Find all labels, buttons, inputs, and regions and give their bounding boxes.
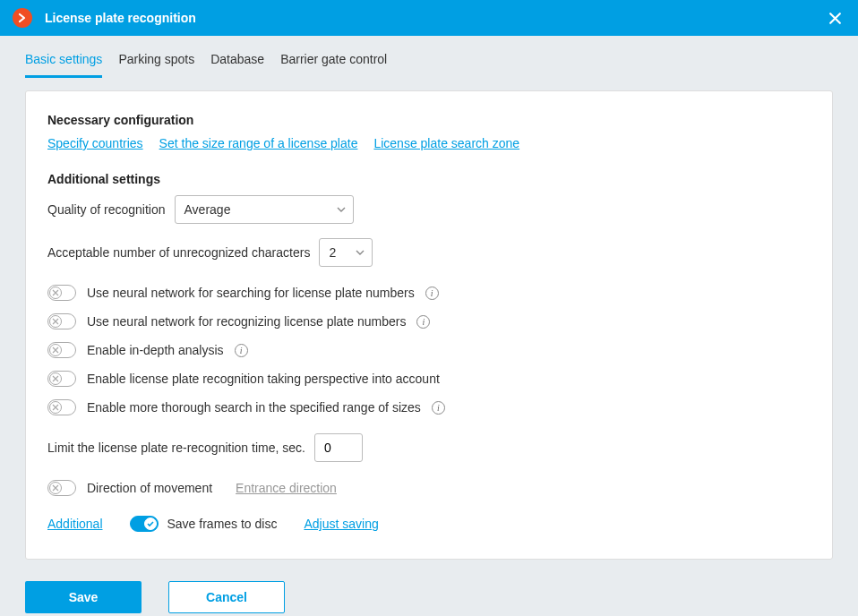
quality-label: Quality of recognition: [47, 202, 166, 217]
toggle-direction-label: Direction of movement: [87, 481, 212, 495]
tab-parking-spots[interactable]: Parking spots: [118, 52, 194, 78]
toggle-neural-search[interactable]: [47, 285, 76, 301]
toggle-perspective[interactable]: [47, 371, 76, 387]
close-button[interactable]: [825, 8, 845, 29]
titlebar-title: License plate recognition: [45, 11, 825, 25]
info-icon[interactable]: i: [235, 344, 248, 357]
titlebar: License plate recognition: [0, 0, 858, 36]
necessary-title: Necessary configuration: [47, 113, 811, 127]
additional-link[interactable]: Additional: [47, 517, 103, 531]
settings-panel: Necessary configuration Specify countrie…: [25, 90, 833, 560]
quality-select[interactable]: Average: [175, 195, 354, 224]
toggle-in-depth[interactable]: [47, 342, 76, 358]
save-button[interactable]: Save: [25, 581, 142, 613]
limit-input[interactable]: [314, 433, 363, 462]
chevron-down-icon: [356, 248, 365, 257]
unrecognized-value: 2: [329, 245, 336, 260]
app-icon: [13, 8, 32, 28]
tab-barrier-gate[interactable]: Barrier gate control: [280, 52, 387, 78]
toggle-neural-search-label: Use neural network for searching for lic…: [87, 286, 415, 300]
quality-value: Average: [184, 202, 231, 217]
link-size-range[interactable]: Set the size range of a license plate: [159, 136, 358, 150]
info-icon[interactable]: i: [416, 315, 430, 329]
limit-label: Limit the license plate re-recognition t…: [47, 441, 305, 455]
toggle-thorough-search-label: Enable more thorough search in the speci…: [87, 400, 421, 415]
unrecognized-select[interactable]: 2: [319, 238, 373, 267]
unrecognized-label: Acceptable number of unrecognized charac…: [47, 245, 310, 260]
link-search-zone[interactable]: License plate search zone: [373, 136, 519, 150]
footer-buttons: Save Cancel: [25, 581, 833, 613]
entrance-direction-link: Entrance direction: [236, 481, 337, 495]
save-frames-label: Save frames to disc: [167, 517, 278, 531]
tab-bar: Basic settings Parking spots Database Ba…: [25, 52, 833, 78]
link-specify-countries[interactable]: Specify countries: [47, 136, 143, 150]
tab-basic-settings[interactable]: Basic settings: [25, 52, 102, 78]
info-icon[interactable]: i: [425, 287, 439, 300]
toggle-perspective-label: Enable license plate recognition taking …: [87, 372, 440, 386]
tab-database[interactable]: Database: [210, 52, 264, 78]
toggle-neural-recognize-label: Use neural network for recognizing licen…: [87, 314, 406, 329]
cancel-button[interactable]: Cancel: [168, 581, 285, 613]
toggle-save-frames[interactable]: [130, 516, 159, 532]
additional-title: Additional settings: [47, 172, 811, 186]
info-icon[interactable]: i: [432, 401, 445, 415]
toggle-in-depth-label: Enable in-depth analysis: [87, 343, 224, 357]
toggle-direction[interactable]: [47, 480, 76, 496]
toggle-thorough-search[interactable]: [47, 399, 76, 415]
necessary-links: Specify countries Set the size range of …: [47, 136, 811, 150]
chevron-down-icon: [337, 205, 346, 214]
toggle-neural-recognize[interactable]: [47, 313, 76, 329]
adjust-saving-link[interactable]: Adjust saving: [304, 517, 378, 531]
